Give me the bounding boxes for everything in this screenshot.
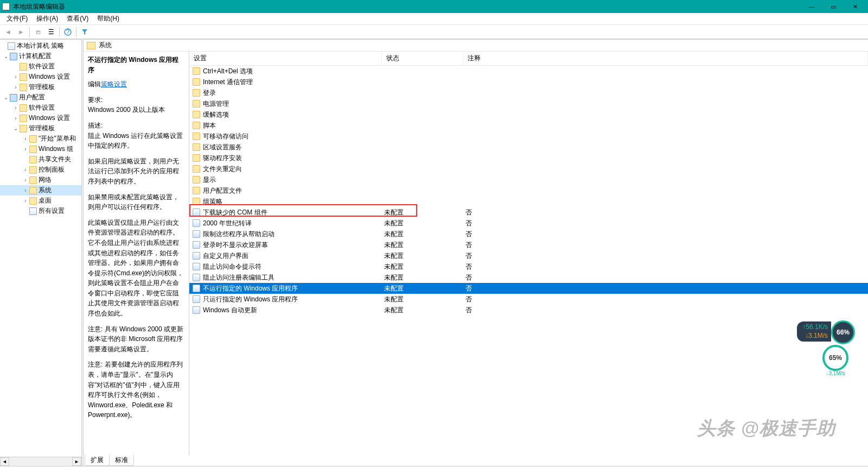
- policy-label: 只运行指定的 Windows 应用程序: [203, 295, 298, 304]
- list-button[interactable]: ☰: [45, 26, 57, 38]
- policy-icon: [193, 263, 200, 270]
- policy-label: 下载缺少的 COM 组件: [203, 208, 267, 217]
- policy-state: 未配置: [382, 273, 463, 282]
- tree-computer-config[interactable]: ⌄计算机配置: [0, 51, 81, 61]
- policy-state: 未配置: [382, 251, 463, 261]
- description-text: 此策略设置仅阻止用户运行由文件资源管理器进程启动的程序。它不会阻止用户运行由系统…: [88, 218, 184, 319]
- menu-view[interactable]: 查看(V): [62, 13, 93, 24]
- policy-icon: [193, 252, 200, 260]
- menu-help[interactable]: 帮助(H): [93, 13, 124, 24]
- close-button[interactable]: ✕: [844, 0, 866, 13]
- folder-row[interactable]: 电源管理: [189, 98, 868, 109]
- computer-icon: [10, 53, 17, 60]
- policy-row[interactable]: 阻止访问注册表编辑工具未配置否: [189, 272, 868, 283]
- gauge-widget: 65% ↓3.1M/s: [822, 345, 848, 371]
- folder-label: Ctrl+Alt+Del 选项: [203, 67, 253, 76]
- menu-file[interactable]: 文件(F): [2, 13, 32, 24]
- folder-label: 脚本: [203, 121, 216, 130]
- edit-policy-link[interactable]: 策略设置: [101, 80, 127, 88]
- policy-label: 2000 年世纪转译: [203, 219, 252, 228]
- policy-comment: 否: [463, 230, 868, 239]
- column-comment[interactable]: 注释: [463, 52, 868, 65]
- menu-action[interactable]: 操作(A): [32, 13, 62, 24]
- folder-row[interactable]: 脚本: [189, 120, 868, 131]
- tree-user-config[interactable]: ⌄用户配置: [0, 92, 81, 103]
- folder-row[interactable]: 显示: [189, 174, 868, 185]
- tree-item[interactable]: 所有设置: [0, 206, 81, 216]
- help-button[interactable]: ?: [62, 26, 74, 38]
- settings-icon: [29, 207, 37, 215]
- policy-row[interactable]: 阻止访问命令提示符未配置否: [189, 261, 868, 272]
- tree-item[interactable]: 软件设置: [0, 61, 81, 72]
- policy-row[interactable]: 登录时不显示欢迎屏幕未配置否: [189, 239, 868, 250]
- forward-button[interactable]: ►: [15, 26, 27, 38]
- column-name[interactable]: 设置: [189, 52, 382, 65]
- tree-item[interactable]: ›控制面板: [0, 165, 81, 175]
- policy-row[interactable]: 2000 年世纪转译未配置否: [189, 218, 868, 229]
- folder-row[interactable]: 区域设置服务: [189, 142, 868, 153]
- folder-row[interactable]: 可移动存储访问: [189, 131, 868, 142]
- description-label: 描述:: [88, 122, 103, 129]
- separator-icon: [59, 27, 60, 37]
- policy-state: 未配置: [382, 306, 463, 315]
- folder-icon: [29, 166, 37, 174]
- tab-standard[interactable]: 标准: [109, 455, 134, 466]
- settings-list: 设置 状态 注释 Ctrl+Alt+Del 选项Internet 通信管理登录电…: [189, 52, 868, 455]
- policy-row[interactable]: 不运行指定的 Windows 应用程序未配置否: [189, 283, 868, 294]
- tree-item[interactable]: ⌄管理模板: [0, 123, 81, 134]
- policy-row[interactable]: 自定义用户界面未配置否: [189, 250, 868, 261]
- back-button[interactable]: ◄: [2, 26, 14, 38]
- folder-row[interactable]: 组策略: [189, 196, 868, 207]
- folder-row[interactable]: 缓解选项: [189, 109, 868, 120]
- gauge-widget: 66%: [831, 320, 855, 344]
- sidebar-scrollbar[interactable]: ◄►: [0, 457, 81, 466]
- tree-item[interactable]: ›Windows 设置: [0, 113, 81, 123]
- policy-comment: 否: [463, 273, 868, 282]
- tree-item-system[interactable]: ›系统: [0, 185, 81, 195]
- folder-icon: [20, 73, 27, 81]
- minimize-button[interactable]: —: [801, 0, 822, 13]
- description-text: 如果禁用或未配置此策略设置，则用户可以运行任何程序。: [88, 192, 184, 212]
- folder-icon: [193, 154, 200, 162]
- tree-item[interactable]: ›软件设置: [0, 103, 81, 113]
- tree-root[interactable]: 本地计算机 策略: [0, 41, 81, 51]
- column-state[interactable]: 状态: [382, 52, 463, 65]
- tree-item[interactable]: ›管理模板: [0, 82, 81, 92]
- tab-extended[interactable]: 扩展: [85, 455, 110, 466]
- policy-icon: [193, 285, 200, 292]
- folder-row[interactable]: 驱动程序安装: [189, 153, 868, 163]
- title-bar: 本地组策略编辑器 — ▭ ✕: [0, 0, 868, 13]
- folder-icon: [20, 104, 27, 112]
- view-tabs: 扩展 标准: [84, 455, 868, 466]
- tree-sidebar: 本地计算机 策略 ⌄计算机配置 软件设置 ›Windows 设置 ›管理模板 ⌄…: [0, 39, 81, 466]
- tree-item[interactable]: ›网络: [0, 175, 81, 185]
- separator-icon: [29, 27, 30, 37]
- up-button[interactable]: ⏍: [32, 26, 44, 38]
- tree-item[interactable]: ›Windows 组: [0, 144, 81, 154]
- folder-row[interactable]: Internet 通信管理: [189, 77, 868, 87]
- folder-row[interactable]: 用户配置文件: [189, 185, 868, 196]
- folder-row[interactable]: 文件夹重定向: [189, 163, 868, 174]
- tree-item[interactable]: 共享文件夹: [0, 154, 81, 165]
- filter-button[interactable]: [79, 26, 91, 38]
- policy-icon: [193, 219, 200, 227]
- folder-label: 区域设置服务: [203, 143, 242, 152]
- maximize-button[interactable]: ▭: [822, 0, 844, 13]
- tree-item[interactable]: ›Windows 设置: [0, 72, 81, 82]
- policy-comment: 否: [463, 306, 868, 315]
- folder-label: Internet 通信管理: [203, 78, 253, 87]
- policy-row[interactable]: Windows 自动更新未配置否: [189, 305, 868, 315]
- policy-label: 限制这些程序从帮助启动: [203, 230, 275, 239]
- tree-item[interactable]: ›桌面: [0, 195, 81, 206]
- folder-row[interactable]: Ctrl+Alt+Del 选项: [189, 66, 868, 77]
- policy-row[interactable]: 只运行指定的 Windows 应用程序未配置否: [189, 294, 868, 305]
- user-icon: [10, 94, 17, 102]
- description-text: 如果启用此策略设置，则用户无法运行已添加到不允许的应用程序列表中的程序。: [88, 156, 184, 187]
- folder-row[interactable]: 登录: [189, 87, 868, 98]
- policy-row[interactable]: 限制这些程序从帮助启动未配置否: [189, 229, 868, 239]
- tree-item[interactable]: ›"开始"菜单和: [0, 134, 81, 144]
- policy-row[interactable]: 下载缺少的 COM 组件未配置否: [189, 207, 868, 218]
- policy-state: 未配置: [382, 295, 463, 304]
- policy-label: Windows 自动更新: [203, 306, 257, 315]
- folder-icon: [29, 146, 37, 153]
